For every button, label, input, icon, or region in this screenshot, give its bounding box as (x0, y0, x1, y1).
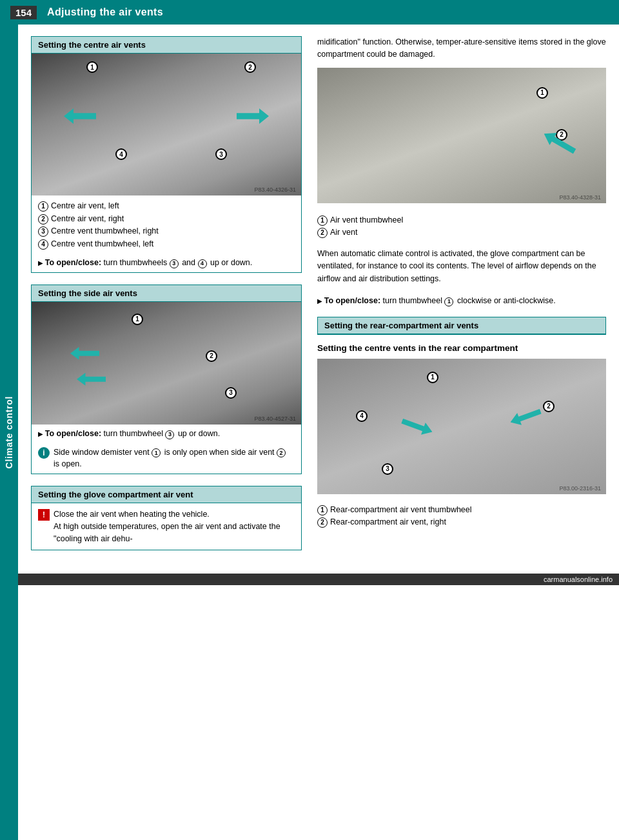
legend-item: 2 Centre air vent, right (38, 214, 295, 225)
side-instruction-text: turn thumbwheel 3 up or down. (104, 429, 221, 438)
glove-warning-text: Close the air vent when heating the vehi… (54, 508, 295, 545)
legend-item: 2 Rear-compartment air vent, right (317, 517, 600, 528)
note-icon: i (38, 447, 50, 459)
thumb-num-3: 3 (170, 259, 179, 268)
side-arrow-2 (77, 373, 106, 386)
glove-image-code: P83.40-4328-31 (559, 194, 601, 201)
legend-text-3: Centre vent thumbwheel, right (51, 226, 159, 237)
side-thumb-3: 3 (165, 430, 174, 439)
legend-num-3: 3 (38, 226, 48, 237)
glove-legend-text-2: Air vent (330, 227, 357, 239)
rear-legend: 1 Rear-compartment air vent thumbwheel 2… (317, 499, 606, 532)
website-text: carmanualsonline.info (544, 575, 613, 583)
rear-num1: 1 (427, 372, 438, 383)
page-title: Adjusting the air vents (47, 6, 163, 18)
rear-legend-text-2: Rear-compartment air vent, right (330, 517, 446, 528)
glove-legend-text-1: Air vent thumbwheel (330, 215, 403, 226)
left-column: Setting the centre air vents 1 2 3 4 P83… (31, 36, 302, 562)
centre-vents-image: 1 2 3 4 P83.40-4326-31 (32, 54, 301, 195)
centre-img-num1: 1 (86, 61, 98, 73)
sidebar-label: Climate control (0, 25, 18, 840)
glove-image-container: 1 2 P83.40-4328-31 (317, 68, 606, 203)
note-text: Side window demister vent 1 is only open… (54, 446, 295, 471)
side-vents-title: Setting the side air vents (32, 285, 301, 302)
centre-instruction-text: turn thumbwheels 3 and 4 up or down. (104, 258, 253, 267)
glove-instruction-label: To open/close: (324, 296, 380, 305)
rear-legend-num-2: 2 (317, 517, 328, 528)
glove-num1: 1 (536, 87, 548, 99)
right-column: midification" function. Otherwise, tempe… (317, 36, 606, 562)
sidebar-text: Climate control (4, 396, 14, 468)
side-instruction: To open/close: turn thumbwheel 3 up or d… (32, 425, 301, 443)
body-text-1: midification" function. Otherwise, tempe… (317, 36, 606, 61)
side-vents-image: 1 2 3 P83.40-4527-31 (32, 302, 301, 425)
rear-photo: 1 2 3 4 P83.00-2316-31 (317, 359, 606, 494)
centre-vents-title: Setting the centre air vents (32, 37, 301, 54)
glove-vent-section: Setting the glove compartment air vent !… (31, 486, 302, 550)
legend-num-4: 4 (38, 239, 48, 250)
rear-arrow-2 (400, 415, 435, 438)
glove-warning: ! Close the air vent when heating the ve… (32, 503, 301, 550)
side-vents-section: Setting the side air vents 1 2 3 P83.40-… (31, 285, 302, 474)
centre-img-num2: 2 (244, 61, 256, 73)
page-number: 154 (10, 6, 37, 19)
centre-legend: 1 Centre air vent, left 2 Centre air ven… (32, 195, 301, 254)
main-content: Setting the centre air vents 1 2 3 4 P83… (18, 25, 619, 574)
side-arrow-1 (70, 347, 99, 360)
rear-num4: 4 (356, 410, 368, 422)
page: 154 Adjusting the air vents Climate cont… (0, 0, 619, 585)
rear-legend-num-1: 1 (317, 505, 328, 515)
header-bar: 154 Adjusting the air vents (0, 0, 619, 25)
legend-item: 2 Air vent (317, 227, 600, 239)
rear-image-container: 1 2 3 4 P83.00-2316-31 (317, 359, 606, 494)
legend-item: 1 Air vent thumbwheel (317, 215, 600, 226)
glove-instruction-text: turn thumbwheel 1 clockwise or anti-cloc… (383, 296, 556, 305)
rear-compartment-section: Setting the rear-compartment air vents (317, 317, 606, 335)
centre-instruction: To open/close: turn thumbwheels 3 and 4 … (32, 254, 301, 272)
rear-arrow-1 (508, 405, 543, 428)
side-vent-photo: 1 2 3 P83.40-4527-31 (32, 302, 301, 425)
legend-item: 4 Centre vent thumbwheel, left (38, 239, 295, 250)
glove-instruction: To open/close: turn thumbwheel 1 clockwi… (317, 292, 606, 310)
rear-num2: 2 (543, 401, 555, 412)
rear-num3: 3 (382, 463, 393, 475)
side-img-num3: 3 (225, 387, 237, 399)
centre-instruction-label: To open/close: (45, 258, 101, 267)
legend-item: 1 Centre air vent, left (38, 201, 295, 212)
side-note: i Side window demister vent 1 is only op… (32, 443, 301, 474)
note-num-2: 2 (277, 448, 286, 457)
glove-legend: 1 Air vent thumbwheel 2 Air vent (317, 210, 606, 243)
legend-text-1: Centre air vent, left (51, 201, 119, 212)
thumb-num-4: 4 (198, 259, 207, 268)
legend-item: 1 Rear-compartment air vent thumbwheel (317, 505, 600, 516)
rear-compartment-title: Setting the rear-compartment air vents (318, 317, 605, 334)
legend-text-4: Centre vent thumbwheel, left (51, 239, 153, 250)
side-img-num2: 2 (206, 350, 217, 362)
legend-text-2: Centre air vent, right (51, 214, 124, 225)
centre-arrow-left (64, 108, 96, 124)
centre-vent-photo: 1 2 3 4 P83.40-4326-31 (32, 54, 301, 195)
side-image-code: P83.40-4527-31 (254, 415, 296, 422)
website-bar: carmanualsonline.info (0, 574, 619, 585)
rear-legend-text-1: Rear-compartment air vent thumbwheel (330, 505, 472, 516)
glove-vent-title: Setting the glove compartment air vent (32, 486, 301, 503)
centre-img-num4: 4 (115, 148, 127, 160)
legend-num-2: 2 (38, 214, 48, 225)
legend-num-1: 1 (38, 201, 48, 212)
warn-icon: ! (38, 509, 50, 521)
centre-image-code: P83.40-4326-31 (254, 186, 296, 193)
rear-section-heading: Setting the centre vents in the rear com… (317, 343, 606, 355)
glove-photo: 1 2 P83.40-4328-31 (317, 68, 606, 203)
glove-legend-num-2: 2 (317, 228, 328, 238)
body-text-2: When automatic climate control is activa… (317, 248, 606, 285)
legend-item: 3 Centre vent thumbwheel, right (38, 226, 295, 237)
side-instruction-label: To open/close: (45, 429, 101, 438)
centre-arrow-right (237, 108, 269, 124)
note-num-1: 1 (152, 448, 161, 457)
side-img-num1: 1 (132, 314, 143, 325)
glove-thumb-1: 1 (444, 297, 453, 306)
centre-vents-section: Setting the centre air vents 1 2 3 4 P83… (31, 36, 302, 273)
glove-legend-num-1: 1 (317, 215, 328, 226)
rear-image-code: P83.00-2316-31 (559, 485, 601, 492)
centre-img-num3: 3 (215, 148, 227, 160)
